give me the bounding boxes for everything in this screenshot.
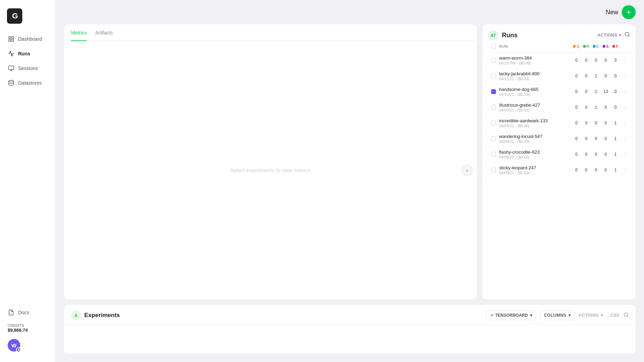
col-c: C <box>591 44 601 48</box>
row-more-button[interactable]: ⋮ <box>620 73 630 79</box>
table-row[interactable]: handsome-dog-665 04/10/21 - ($0.00) 0 0 … <box>482 84 636 100</box>
run-f: 1 <box>611 121 620 125</box>
main-content: New + Metrics Artifacts Select experimen… <box>56 0 644 362</box>
table-row[interactable]: tacky-jackrabbit-800 04/11/21 - ($0.03) … <box>482 68 636 84</box>
svg-point-8 <box>625 32 629 36</box>
run-name: illustrious-grebe-427 <box>499 102 572 108</box>
col-run: RUN <box>499 44 572 48</box>
experiments-search-button[interactable] <box>623 312 629 318</box>
tensorboard-button[interactable]: ↗ TENSORBOARD ▾ <box>486 310 536 320</box>
run-f: 0 <box>611 105 620 110</box>
select-all-checkbox[interactable] <box>488 44 499 49</box>
sidebar-item-runs[interactable]: Runs <box>3 47 52 61</box>
row-checkbox[interactable] <box>488 74 499 78</box>
sidebar-item-label: Dashboard <box>18 36 42 42</box>
row-more-button[interactable]: ⋮ <box>620 88 630 95</box>
runs-table-header: RUN Q R C S F <box>482 40 636 53</box>
tab-metrics[interactable]: Metrics <box>71 24 87 41</box>
runs-header-right: ACTIONS ▾ <box>597 32 630 39</box>
run-c: 1 <box>591 74 601 78</box>
row-checkbox[interactable] <box>488 136 499 141</box>
new-button[interactable]: New + <box>606 5 636 19</box>
table-row[interactable]: sticky-leopard-247 04/09/21 - ($0.00) 0 … <box>482 162 636 178</box>
sidebar: G Dashboard Runs <box>0 0 56 362</box>
row-more-button[interactable]: ⋮ <box>620 57 630 64</box>
row-more-button[interactable]: ⋮ <box>620 167 630 174</box>
run-name: handsome-dog-665 <box>499 87 572 92</box>
tab-artifacts[interactable]: Artifacts <box>95 24 113 41</box>
csv-download-button[interactable]: ↓ CSV <box>607 313 619 318</box>
columns-button[interactable]: COLUMNS ▾ <box>540 310 575 320</box>
content-area: Metrics Artifacts Select experiments to … <box>56 24 644 362</box>
external-link-icon: ↗ <box>490 313 493 318</box>
runs-actions-button[interactable]: ACTIONS ▾ <box>597 33 621 38</box>
sidebar-item-sessions[interactable]: Sessions <box>3 61 52 75</box>
run-q: 0 <box>572 105 581 110</box>
svg-rect-2 <box>9 40 10 41</box>
top-bar: New + <box>56 0 644 24</box>
runs-icon <box>8 50 15 57</box>
sidebar-item-dashboard[interactable]: Dashboard <box>3 32 52 46</box>
run-date: 04/09/21 - ($0.00) <box>499 108 572 112</box>
run-info: tacky-jackrabbit-800 04/11/21 - ($0.03) <box>499 71 572 81</box>
sidebar-item-datastores[interactable]: Datastores <box>3 76 52 90</box>
row-checkbox[interactable] <box>488 89 499 94</box>
experiments-actions-button[interactable]: ACTIONS ▾ <box>579 313 603 318</box>
sidebar-item-label: Sessions <box>18 66 38 71</box>
row-more-button[interactable]: ⋮ <box>620 120 630 126</box>
run-date: 09:10 PM - ($0.00) <box>499 61 572 65</box>
row-checkbox[interactable] <box>488 58 499 63</box>
row-checkbox[interactable] <box>488 168 499 172</box>
run-info: wandering-locust-547 04/09/21 - ($0.00) <box>499 134 572 144</box>
avatar: W ★ <box>8 339 20 352</box>
run-f: 3 <box>611 58 620 63</box>
runs-table: RUN Q R C S F <box>482 40 636 299</box>
run-r: 0 <box>581 152 591 157</box>
svg-rect-3 <box>12 40 14 41</box>
svg-line-9 <box>628 36 629 37</box>
user-avatar-row[interactable]: W ★ <box>3 337 52 354</box>
sidebar-item-docs[interactable]: Docs <box>3 306 52 319</box>
row-more-button[interactable]: ⋮ <box>620 151 630 158</box>
run-q: 0 <box>572 58 581 63</box>
table-row[interactable]: wandering-locust-547 04/09/21 - ($0.00) … <box>482 131 636 147</box>
run-info: illustrious-grebe-427 04/09/21 - ($0.00) <box>499 102 572 112</box>
col-r: R <box>581 44 591 48</box>
row-checkbox[interactable] <box>488 152 499 157</box>
sidebar-item-label: Datastores <box>18 80 42 86</box>
run-s: 0 <box>601 105 611 110</box>
datastores-icon <box>8 79 15 86</box>
svg-rect-0 <box>9 37 10 38</box>
row-checkbox[interactable] <box>488 121 499 125</box>
row-more-button[interactable]: ⋮ <box>620 104 630 111</box>
row-more-button[interactable]: ⋮ <box>620 136 630 142</box>
chevron-down-icon: ▾ <box>601 313 603 318</box>
run-s: 0 <box>601 121 611 125</box>
svg-point-10 <box>624 313 628 316</box>
runs-header-left: 47 Runs <box>488 30 518 40</box>
table-row[interactable]: warm-worm-384 09:10 PM - ($0.00) 0 0 0 0… <box>482 53 636 68</box>
run-f: 0 <box>611 89 620 94</box>
runs-search-button[interactable] <box>624 32 630 39</box>
sidebar-item-label: Docs <box>18 310 29 315</box>
chevron-down-icon: ▾ <box>619 33 621 38</box>
run-name: tacky-jackrabbit-800 <box>499 71 572 76</box>
table-row[interactable]: incredible-aardwark-133 04/09/21 - ($0.0… <box>482 115 636 131</box>
run-info: warm-worm-384 09:10 PM - ($0.00) <box>499 55 572 65</box>
run-r: 0 <box>581 168 591 172</box>
run-s: 0 <box>601 152 611 157</box>
experiments-header-right: ↗ TENSORBOARD ▾ COLUMNS ▾ ACTIONS ▾ ↓ <box>486 310 629 320</box>
table-row[interactable]: illustrious-grebe-427 04/09/21 - ($0.00)… <box>482 100 636 115</box>
runs-header: 47 Runs ACTIONS ▾ <box>482 24 636 40</box>
run-f: 1 <box>611 168 620 172</box>
expand-button[interactable]: › <box>461 165 473 176</box>
run-c: 2 <box>591 89 601 94</box>
run-r: 0 <box>581 58 591 63</box>
run-r: 0 <box>581 74 591 78</box>
table-row[interactable]: flashy-crocodile-623 04/09/21 - ($0.00) … <box>482 147 636 162</box>
run-c: 0 <box>591 136 601 141</box>
run-date: 04/09/21 - ($0.00) <box>499 155 572 159</box>
row-checkbox[interactable] <box>488 105 499 110</box>
new-label: New <box>606 9 618 16</box>
col-f: F <box>611 44 620 48</box>
